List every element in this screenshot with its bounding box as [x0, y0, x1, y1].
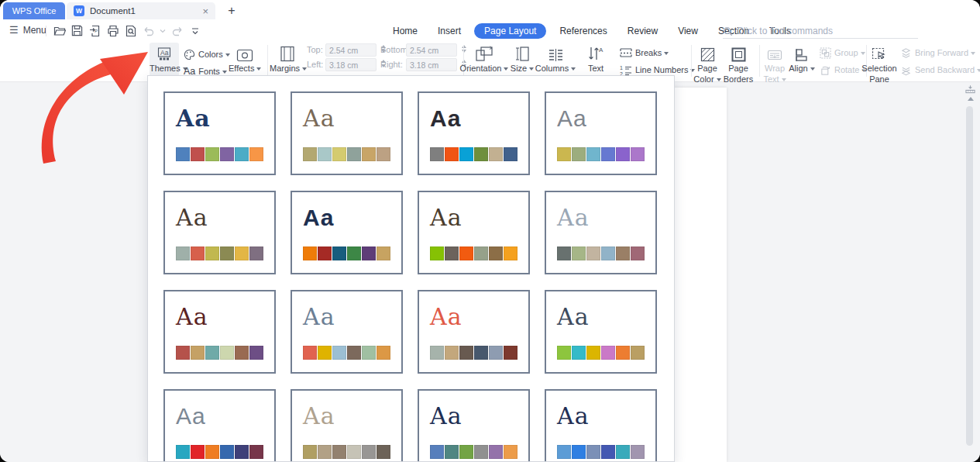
- theme-sample-text: Aa: [430, 104, 461, 133]
- customize-icon[interactable]: [188, 24, 201, 37]
- save-icon[interactable]: [70, 24, 84, 37]
- margin-right-input[interactable]: 3.18 cm: [406, 58, 457, 71]
- close-tab-icon[interactable]: ×: [202, 6, 208, 16]
- align-button[interactable]: Align: [786, 43, 818, 80]
- line-numbers-label: Line Numbers: [635, 65, 688, 74]
- theme-card-9[interactable]: Aa: [163, 290, 276, 374]
- document-page[interactable]: [666, 88, 727, 462]
- margin-right-label: Right:: [380, 60, 403, 69]
- theme-swatch: [631, 147, 645, 161]
- margin-top-input[interactable]: 2.54 cm: [325, 43, 377, 57]
- group-label: Group: [834, 48, 858, 57]
- theme-card-1[interactable]: Aa: [163, 91, 276, 175]
- wrap-text-icon: [761, 43, 789, 62]
- page-color-button[interactable]: Page Color: [692, 43, 723, 80]
- theme-sample-text: Aa: [557, 402, 590, 431]
- colors-button[interactable]: Colors: [184, 47, 230, 61]
- theme-swatch: [205, 147, 219, 161]
- page-borders-label1: Page: [728, 64, 748, 73]
- theme-card-14[interactable]: Aa: [291, 389, 403, 462]
- theme-color-strip: [430, 445, 518, 459]
- theme-swatch: [504, 445, 518, 459]
- redo-icon[interactable]: [170, 24, 184, 37]
- theme-swatch: [318, 445, 332, 459]
- theme-swatch: [445, 147, 459, 161]
- theme-swatch: [572, 346, 586, 360]
- send-backward-icon: [900, 64, 912, 76]
- theme-swatch: [332, 346, 346, 360]
- theme-card-16[interactable]: Aa: [545, 389, 657, 462]
- orientation-button[interactable]: Orientation: [459, 43, 510, 80]
- theme-card-7[interactable]: Aa: [418, 191, 530, 274]
- ribbon-tab-view[interactable]: View: [671, 23, 705, 39]
- text-direction-button[interactable]: A Text Direction: [577, 43, 614, 80]
- theme-sample-text: Aa: [176, 104, 211, 133]
- ribbon-tab-page-layout[interactable]: Page Layout: [474, 23, 546, 39]
- theme-swatch: [235, 445, 249, 459]
- theme-swatch: [430, 247, 444, 260]
- theme-swatch: [459, 445, 473, 459]
- new-tab-button[interactable]: +: [223, 2, 240, 19]
- bring-forward-button[interactable]: Bring Forward: [900, 46, 975, 60]
- theme-swatch: [586, 445, 600, 459]
- tab-wps-office[interactable]: WPS Office: [3, 2, 65, 19]
- theme-color-strip: [557, 346, 645, 360]
- theme-card-5[interactable]: Aa: [163, 191, 276, 274]
- margins-label: Margins: [270, 64, 300, 73]
- svg-text:Aa: Aa: [160, 49, 169, 57]
- theme-swatch: [235, 346, 249, 360]
- theme-swatch: [601, 247, 615, 260]
- theme-card-3[interactable]: Aa: [418, 91, 530, 175]
- margin-bottom-input[interactable]: 2.54 cm: [406, 43, 457, 57]
- ribbon-tab-home[interactable]: Home: [386, 23, 425, 39]
- page-borders-button[interactable]: Page Borders: [721, 43, 755, 80]
- undo-dropdown-caret[interactable]: [160, 24, 166, 37]
- theme-card-11[interactable]: Aa: [418, 290, 530, 374]
- theme-swatch: [572, 147, 586, 161]
- wrap-text-button[interactable]: Wrap Text: [761, 43, 789, 80]
- theme-swatch: [191, 445, 205, 459]
- theme-card-4[interactable]: Aa: [545, 91, 657, 175]
- theme-card-8[interactable]: Aa: [545, 191, 657, 274]
- tab-document1[interactable]: W Document1 ×: [67, 2, 215, 19]
- ruler-toggle-icon[interactable]: [965, 84, 975, 94]
- themes-button[interactable]: Aa Themes: [150, 43, 179, 80]
- theme-color-strip: [176, 147, 263, 161]
- theme-card-6[interactable]: Aa: [291, 191, 403, 274]
- margin-left-input[interactable]: 3.18 cm: [325, 58, 377, 71]
- theme-card-2[interactable]: Aa: [291, 91, 403, 175]
- align-label: Align: [789, 64, 807, 73]
- vertical-scrollbar[interactable]: [966, 106, 973, 446]
- line-numbers-icon: 1 2: [620, 64, 632, 76]
- theme-card-13[interactable]: Aa: [163, 389, 276, 462]
- send-backward-button[interactable]: Send Backward: [900, 63, 980, 77]
- ribbon-tab-references[interactable]: References: [552, 23, 614, 39]
- menu-row: ☰ Menu P HomeInsertPage LayoutReferences…: [0, 20, 980, 40]
- writer-doc-icon: W: [74, 5, 84, 16]
- ribbon-tab-review[interactable]: Review: [621, 23, 665, 39]
- theme-swatch: [616, 147, 630, 161]
- theme-swatch: [586, 247, 600, 260]
- open-icon[interactable]: [53, 24, 66, 37]
- size-button[interactable]: Size: [509, 43, 535, 80]
- print-icon[interactable]: [106, 24, 119, 37]
- theme-card-10[interactable]: Aa: [291, 290, 403, 374]
- margins-button[interactable]: Margins: [270, 43, 305, 80]
- preview-icon[interactable]: [124, 24, 137, 37]
- columns-button[interactable]: Columns: [535, 43, 576, 80]
- undo-icon[interactable]: [142, 24, 155, 37]
- breaks-button[interactable]: Breaks: [620, 46, 669, 60]
- theme-swatch: [489, 346, 503, 360]
- effects-button[interactable]: Effects: [229, 43, 261, 80]
- ribbon-tab-insert[interactable]: Insert: [431, 23, 468, 39]
- theme-swatch: [249, 445, 263, 459]
- theme-card-12[interactable]: Aa: [545, 290, 657, 374]
- scroll-up-arrow[interactable]: [968, 97, 974, 101]
- command-search[interactable]: Click to find commands: [723, 24, 918, 39]
- theme-card-15[interactable]: Aa: [418, 389, 530, 462]
- theme-color-strip: [303, 346, 390, 360]
- theme-color-strip: [557, 445, 645, 459]
- menu-button[interactable]: ☰ Menu: [9, 24, 46, 36]
- export-icon[interactable]: P: [88, 24, 101, 37]
- selection-pane-button[interactable]: Selection Pane: [858, 43, 900, 80]
